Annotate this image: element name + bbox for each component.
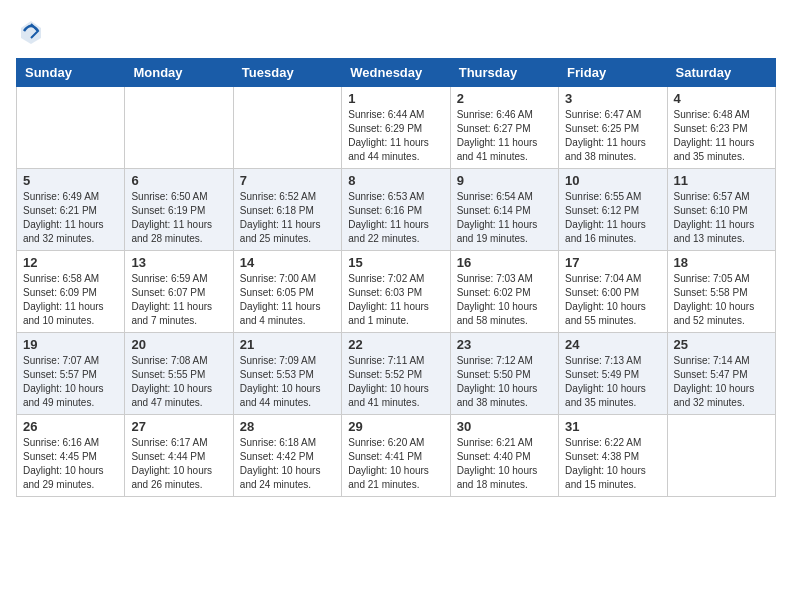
day-info: Sunrise: 7:12 AM Sunset: 5:50 PM Dayligh…: [457, 354, 552, 410]
day-number: 22: [348, 337, 443, 352]
day-info: Sunrise: 7:03 AM Sunset: 6:02 PM Dayligh…: [457, 272, 552, 328]
calendar-day-cell: [125, 87, 233, 169]
calendar-day-cell: 4Sunrise: 6:48 AM Sunset: 6:23 PM Daylig…: [667, 87, 775, 169]
day-of-week-header: Wednesday: [342, 59, 450, 87]
calendar-day-cell: 5Sunrise: 6:49 AM Sunset: 6:21 PM Daylig…: [17, 169, 125, 251]
calendar-week-row: 12Sunrise: 6:58 AM Sunset: 6:09 PM Dayli…: [17, 251, 776, 333]
day-info: Sunrise: 6:44 AM Sunset: 6:29 PM Dayligh…: [348, 108, 443, 164]
calendar-day-cell: 28Sunrise: 6:18 AM Sunset: 4:42 PM Dayli…: [233, 415, 341, 497]
calendar-week-row: 26Sunrise: 6:16 AM Sunset: 4:45 PM Dayli…: [17, 415, 776, 497]
day-of-week-header: Sunday: [17, 59, 125, 87]
day-info: Sunrise: 6:17 AM Sunset: 4:44 PM Dayligh…: [131, 436, 226, 492]
day-of-week-header: Thursday: [450, 59, 558, 87]
calendar-day-cell: 26Sunrise: 6:16 AM Sunset: 4:45 PM Dayli…: [17, 415, 125, 497]
day-info: Sunrise: 6:22 AM Sunset: 4:38 PM Dayligh…: [565, 436, 660, 492]
day-number: 13: [131, 255, 226, 270]
calendar-day-cell: 19Sunrise: 7:07 AM Sunset: 5:57 PM Dayli…: [17, 333, 125, 415]
day-number: 29: [348, 419, 443, 434]
day-number: 2: [457, 91, 552, 106]
day-number: 7: [240, 173, 335, 188]
day-number: 26: [23, 419, 118, 434]
day-info: Sunrise: 6:58 AM Sunset: 6:09 PM Dayligh…: [23, 272, 118, 328]
day-info: Sunrise: 6:18 AM Sunset: 4:42 PM Dayligh…: [240, 436, 335, 492]
day-info: Sunrise: 6:21 AM Sunset: 4:40 PM Dayligh…: [457, 436, 552, 492]
day-info: Sunrise: 6:46 AM Sunset: 6:27 PM Dayligh…: [457, 108, 552, 164]
day-number: 24: [565, 337, 660, 352]
day-info: Sunrise: 6:54 AM Sunset: 6:14 PM Dayligh…: [457, 190, 552, 246]
day-number: 16: [457, 255, 552, 270]
calendar-day-cell: 2Sunrise: 6:46 AM Sunset: 6:27 PM Daylig…: [450, 87, 558, 169]
day-info: Sunrise: 6:48 AM Sunset: 6:23 PM Dayligh…: [674, 108, 769, 164]
calendar-day-cell: 11Sunrise: 6:57 AM Sunset: 6:10 PM Dayli…: [667, 169, 775, 251]
day-number: 18: [674, 255, 769, 270]
calendar-day-cell: 20Sunrise: 7:08 AM Sunset: 5:55 PM Dayli…: [125, 333, 233, 415]
day-info: Sunrise: 7:02 AM Sunset: 6:03 PM Dayligh…: [348, 272, 443, 328]
calendar-day-cell: 27Sunrise: 6:17 AM Sunset: 4:44 PM Dayli…: [125, 415, 233, 497]
page-header: [16, 16, 776, 46]
day-info: Sunrise: 6:16 AM Sunset: 4:45 PM Dayligh…: [23, 436, 118, 492]
day-info: Sunrise: 7:13 AM Sunset: 5:49 PM Dayligh…: [565, 354, 660, 410]
day-number: 25: [674, 337, 769, 352]
day-info: Sunrise: 7:08 AM Sunset: 5:55 PM Dayligh…: [131, 354, 226, 410]
calendar-week-row: 5Sunrise: 6:49 AM Sunset: 6:21 PM Daylig…: [17, 169, 776, 251]
calendar-day-cell: 10Sunrise: 6:55 AM Sunset: 6:12 PM Dayli…: [559, 169, 667, 251]
calendar-day-cell: 13Sunrise: 6:59 AM Sunset: 6:07 PM Dayli…: [125, 251, 233, 333]
day-number: 30: [457, 419, 552, 434]
day-info: Sunrise: 6:50 AM Sunset: 6:19 PM Dayligh…: [131, 190, 226, 246]
calendar-day-cell: 12Sunrise: 6:58 AM Sunset: 6:09 PM Dayli…: [17, 251, 125, 333]
calendar-week-row: 1Sunrise: 6:44 AM Sunset: 6:29 PM Daylig…: [17, 87, 776, 169]
logo: [16, 16, 48, 46]
day-number: 12: [23, 255, 118, 270]
calendar-day-cell: 25Sunrise: 7:14 AM Sunset: 5:47 PM Dayli…: [667, 333, 775, 415]
calendar-day-cell: [17, 87, 125, 169]
day-number: 17: [565, 255, 660, 270]
calendar-day-cell: [667, 415, 775, 497]
day-of-week-header: Friday: [559, 59, 667, 87]
day-number: 5: [23, 173, 118, 188]
day-info: Sunrise: 6:49 AM Sunset: 6:21 PM Dayligh…: [23, 190, 118, 246]
day-number: 3: [565, 91, 660, 106]
day-number: 19: [23, 337, 118, 352]
day-number: 11: [674, 173, 769, 188]
day-info: Sunrise: 7:11 AM Sunset: 5:52 PM Dayligh…: [348, 354, 443, 410]
day-info: Sunrise: 7:07 AM Sunset: 5:57 PM Dayligh…: [23, 354, 118, 410]
day-info: Sunrise: 6:53 AM Sunset: 6:16 PM Dayligh…: [348, 190, 443, 246]
day-number: 9: [457, 173, 552, 188]
day-number: 4: [674, 91, 769, 106]
day-info: Sunrise: 6:52 AM Sunset: 6:18 PM Dayligh…: [240, 190, 335, 246]
calendar-day-cell: 18Sunrise: 7:05 AM Sunset: 5:58 PM Dayli…: [667, 251, 775, 333]
calendar-day-cell: 1Sunrise: 6:44 AM Sunset: 6:29 PM Daylig…: [342, 87, 450, 169]
calendar-day-cell: 16Sunrise: 7:03 AM Sunset: 6:02 PM Dayli…: [450, 251, 558, 333]
day-info: Sunrise: 7:00 AM Sunset: 6:05 PM Dayligh…: [240, 272, 335, 328]
calendar-day-cell: 31Sunrise: 6:22 AM Sunset: 4:38 PM Dayli…: [559, 415, 667, 497]
calendar-day-cell: 3Sunrise: 6:47 AM Sunset: 6:25 PM Daylig…: [559, 87, 667, 169]
day-number: 8: [348, 173, 443, 188]
calendar-day-cell: 29Sunrise: 6:20 AM Sunset: 4:41 PM Dayli…: [342, 415, 450, 497]
calendar-day-cell: 7Sunrise: 6:52 AM Sunset: 6:18 PM Daylig…: [233, 169, 341, 251]
day-number: 27: [131, 419, 226, 434]
day-info: Sunrise: 6:59 AM Sunset: 6:07 PM Dayligh…: [131, 272, 226, 328]
calendar-day-cell: [233, 87, 341, 169]
day-info: Sunrise: 7:05 AM Sunset: 5:58 PM Dayligh…: [674, 272, 769, 328]
calendar-day-cell: 30Sunrise: 6:21 AM Sunset: 4:40 PM Dayli…: [450, 415, 558, 497]
day-info: Sunrise: 7:09 AM Sunset: 5:53 PM Dayligh…: [240, 354, 335, 410]
calendar-day-cell: 17Sunrise: 7:04 AM Sunset: 6:00 PM Dayli…: [559, 251, 667, 333]
calendar-day-cell: 9Sunrise: 6:54 AM Sunset: 6:14 PM Daylig…: [450, 169, 558, 251]
day-number: 31: [565, 419, 660, 434]
day-info: Sunrise: 6:57 AM Sunset: 6:10 PM Dayligh…: [674, 190, 769, 246]
logo-icon: [16, 16, 46, 46]
day-number: 21: [240, 337, 335, 352]
calendar-table: SundayMondayTuesdayWednesdayThursdayFrid…: [16, 58, 776, 497]
day-info: Sunrise: 6:20 AM Sunset: 4:41 PM Dayligh…: [348, 436, 443, 492]
day-of-week-header: Saturday: [667, 59, 775, 87]
day-number: 20: [131, 337, 226, 352]
day-of-week-header: Monday: [125, 59, 233, 87]
day-info: Sunrise: 7:14 AM Sunset: 5:47 PM Dayligh…: [674, 354, 769, 410]
calendar-day-cell: 22Sunrise: 7:11 AM Sunset: 5:52 PM Dayli…: [342, 333, 450, 415]
day-number: 14: [240, 255, 335, 270]
calendar-day-cell: 21Sunrise: 7:09 AM Sunset: 5:53 PM Dayli…: [233, 333, 341, 415]
day-number: 15: [348, 255, 443, 270]
calendar-day-cell: 23Sunrise: 7:12 AM Sunset: 5:50 PM Dayli…: [450, 333, 558, 415]
day-number: 23: [457, 337, 552, 352]
day-number: 10: [565, 173, 660, 188]
